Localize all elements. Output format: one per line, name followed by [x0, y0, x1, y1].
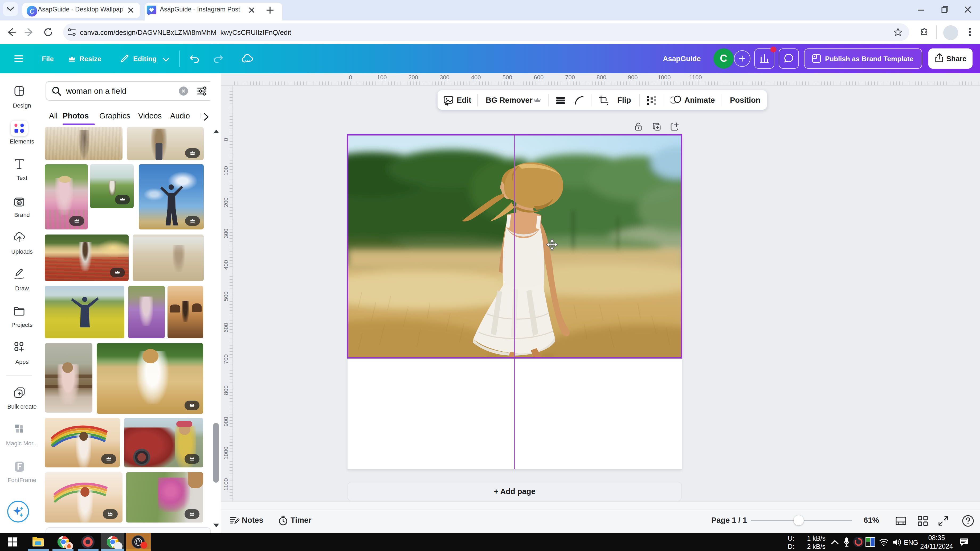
svg-text:C: C [30, 8, 34, 15]
svg-text:co: co [18, 201, 21, 204]
